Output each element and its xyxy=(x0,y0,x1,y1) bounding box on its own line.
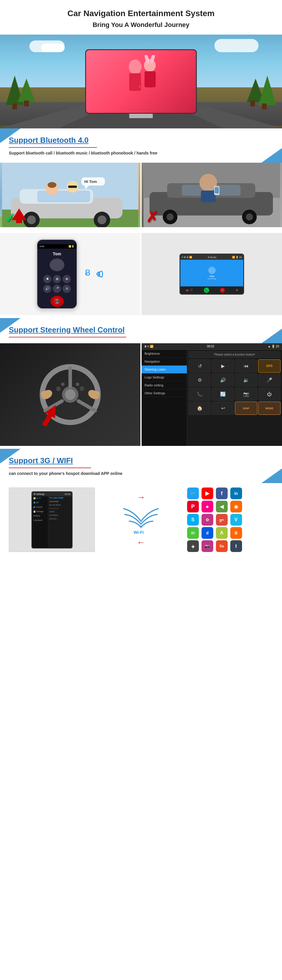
social-icon-vimeo[interactable]: V xyxy=(230,514,242,526)
social-icon-android2[interactable]: ◈ xyxy=(187,540,199,552)
wifi-nav-item-4[interactable]: 💾 Storage xyxy=(32,509,48,514)
phone-body: 9:00 📶🔋 Tom ✱ ⊞ ⊕ 🔊 🎤 ⊙ xyxy=(37,239,78,309)
wifi-device-screen: ⚙ Settings 13:22 📶 Wi-Fi 🔷 BT 🔊 Sound 💾 … xyxy=(32,492,72,548)
social-icon-instagram[interactable]: ✿ xyxy=(202,514,213,526)
svg-rect-19 xyxy=(262,103,267,109)
wifi-network-4[interactable]: Unscanned xyxy=(48,507,72,510)
phone-decline-btn[interactable]: 📵 xyxy=(51,296,64,307)
menu-item-navigation[interactable]: Navigation xyxy=(142,358,187,366)
wifi-network-7[interactable]: Secured... xyxy=(48,517,72,520)
car-btn-mic[interactable]: 🎤 xyxy=(258,374,280,387)
wifi-settings-nav: 📶 Wi-Fi 🔷 BT 🔊 Sound 💾 Storage ⚙ More + … xyxy=(32,496,48,548)
car-ui-notice: Please select a function button! xyxy=(189,351,280,358)
social-icon-tumblr[interactable]: t xyxy=(230,540,242,552)
svg-rect-15 xyxy=(24,100,29,107)
menu-item-logo[interactable]: Logo Settings xyxy=(142,374,187,382)
social-icon-blogger[interactable]: B xyxy=(230,527,242,539)
svg-text:Hi Tom: Hi Tom xyxy=(84,180,97,184)
car-ui-time: 08:02 xyxy=(207,345,214,348)
wifi-network-5[interactable]: CARS xyxy=(48,510,72,514)
wifi-signal-area: → Wi-Fi ← xyxy=(98,487,184,552)
phone-avatar xyxy=(50,259,64,271)
menu-item-radio[interactable]: Radio setting xyxy=(142,382,187,389)
car-btn-vol-up[interactable]: 🔊 xyxy=(212,374,234,387)
social-icon-skype[interactable]: S xyxy=(187,514,199,526)
wifi-nav-item-3[interactable]: 🔊 Sound xyxy=(32,505,48,509)
menu-item-brightness[interactable]: Brightness xyxy=(142,350,187,358)
wifi-nav-item-5[interactable]: ⚙ More xyxy=(32,514,48,518)
social-icon-flickr[interactable]: ● xyxy=(202,501,213,512)
phone-btn-1[interactable]: ✱ xyxy=(43,275,51,283)
wifi-device-titlebar: ⚙ Settings 13:22 xyxy=(32,492,72,496)
car-accept-btn[interactable]: 📞 xyxy=(204,288,209,293)
social-icon-imessage[interactable]: ✉ xyxy=(187,527,199,539)
car-btn-prev[interactable]: ⏮ xyxy=(235,360,257,372)
wifi-device-area: ⚙ Settings 13:22 📶 Wi-Fi 🔷 BT 🔊 Sound 💾 … xyxy=(9,487,95,552)
svg-marker-13 xyxy=(18,79,35,102)
car-icon-2: 🎵 xyxy=(190,289,193,291)
wifi-nav-item-6[interactable]: + Account xyxy=(32,518,48,522)
svg-marker-17 xyxy=(258,76,276,105)
social-icon-android[interactable]: A xyxy=(216,527,228,539)
bottom-space xyxy=(0,557,282,565)
car-ui-icons-left: Ƀ ≡ 📶 xyxy=(144,345,153,348)
steering-grid: Ƀ ≡ 📶 08:02 ▲ 🔋 20 Brightness Navigation… xyxy=(0,343,282,446)
wifi-network-6[interactable]: KLVPMAX xyxy=(48,514,72,517)
car-btn-play[interactable]: ▶ xyxy=(212,360,234,372)
social-icon-facebook[interactable]: f xyxy=(216,487,228,499)
car-btn-power[interactable]: ⏻ xyxy=(258,388,280,401)
car-device-icons-left: ≡ ⊗ ⊕ 📶 xyxy=(182,256,192,259)
wifi-arrow-right: → xyxy=(136,492,146,502)
bluetooth-title: Support Bluetooth 4.0 xyxy=(9,136,273,145)
wifi-nav-item-2[interactable]: 🔷 BT xyxy=(32,501,48,505)
phone-call-grid: ✱ ⊞ ⊕ 🔊 🎤 ⊙ xyxy=(40,274,74,294)
car-ui-panel: Ƀ ≡ 📶 08:02 ▲ 🔋 20 Brightness Navigation… xyxy=(142,343,282,446)
social-icon-gplus[interactable]: g+ xyxy=(216,514,228,526)
car-btn-back[interactable]: ↩ xyxy=(212,402,234,415)
car-btn-refresh[interactable]: ↺ xyxy=(189,360,211,372)
phone-caller-name: Tom xyxy=(53,251,61,256)
wifi-network-2[interactable]: Connected xyxy=(48,500,72,503)
phone-btn-2[interactable]: ⊞ xyxy=(53,275,61,283)
phone-status-bar: 9:00 📶🔋 xyxy=(37,244,77,248)
phone-status-icons: 📶🔋 xyxy=(69,245,74,248)
bt-signal-group: Ƀ xyxy=(83,265,104,283)
svg-text:Ƀ: Ƀ xyxy=(85,268,90,277)
social-icon-pinterest[interactable]: P xyxy=(187,501,199,512)
social-icon-twitter[interactable]: 🐦 xyxy=(187,487,199,499)
social-icon-rss[interactable]: ◉ xyxy=(230,501,242,512)
social-icon-share[interactable]: ◀ xyxy=(216,501,228,512)
car-btn-repeat[interactable]: 🔄 xyxy=(212,388,234,401)
wifi-nav-item-1[interactable]: 📶 Wi-Fi xyxy=(32,496,48,501)
social-icon-digg[interactable]: d xyxy=(202,527,213,539)
car-btn-settings[interactable]: ⚙ xyxy=(189,374,211,387)
social-icon-instagram2[interactable]: 📷 xyxy=(202,540,213,552)
hero-cloud-2 xyxy=(41,43,65,52)
menu-item-other[interactable]: Other Settings xyxy=(142,389,187,397)
phone-btn-5[interactable]: 🎤 xyxy=(53,285,61,293)
green-checkmark: ✓ xyxy=(5,210,16,226)
car-device-caller-name: Tom xyxy=(210,275,214,278)
car-btn-disp[interactable]: DISP xyxy=(235,402,257,415)
wifi-settings-label: ⚙ Settings xyxy=(34,493,45,495)
phone-btn-4[interactable]: 🔊 xyxy=(43,285,51,293)
social-icon-stumble[interactable]: Su xyxy=(216,540,228,552)
svg-rect-6 xyxy=(129,73,141,91)
car-device-screen: ≡ ⊗ ⊕ 📶 8:16 am 📶 🔋 20 Tom Incoming 🚗 🎵 xyxy=(180,255,243,294)
car-decline-btn[interactable]: 📵 xyxy=(220,288,225,293)
social-icon-linkedin[interactable]: in xyxy=(230,487,242,499)
car-btn-phone[interactable]: 📞 xyxy=(189,388,211,401)
car-btn-camera[interactable]: 📷 xyxy=(235,388,257,401)
social-icon-youtube[interactable]: ▶ xyxy=(202,487,213,499)
car-btn-mode[interactable]: MODE xyxy=(258,402,280,415)
svg-line-57 xyxy=(79,401,95,411)
car-btn-gps[interactable]: GPS xyxy=(258,360,280,372)
car-device-avatar xyxy=(208,267,216,274)
phone-btn-6[interactable]: ⊙ xyxy=(62,285,71,293)
wifi-network-3[interactable]: NO WI-INDIA xyxy=(48,503,72,507)
svg-text:♪: ♪ xyxy=(139,84,140,88)
menu-item-steering-learn[interactable]: Steering Learn xyxy=(142,366,187,374)
phone-btn-3[interactable]: ⊕ xyxy=(62,275,71,283)
car-btn-home[interactable]: 🏠 xyxy=(189,402,211,415)
car-btn-vol-down[interactable]: 🔉 xyxy=(235,374,257,387)
